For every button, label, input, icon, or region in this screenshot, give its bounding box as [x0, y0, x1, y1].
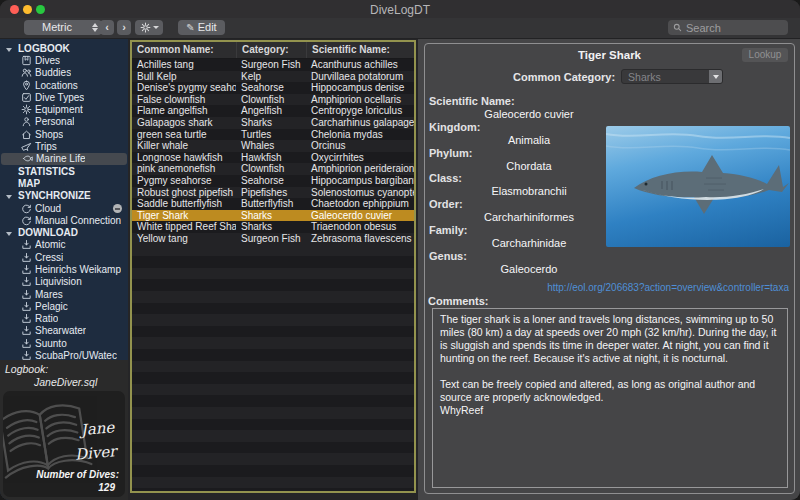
sidebar-item[interactable]: Manual Connection [0, 214, 128, 226]
sidebar-item-label: Buddies [35, 67, 71, 78]
cell-common-name: Saddle butterflyfish [132, 198, 236, 210]
sidebar-item[interactable]: Cressi [0, 251, 128, 263]
search-input[interactable] [686, 22, 783, 34]
table-row[interactable]: Robust ghost pipefish Pipefishes Solenos… [132, 187, 414, 199]
cell-category: Clownfish [236, 163, 306, 175]
cell-category: Sharks [236, 117, 306, 129]
common-category-value: Sharks [628, 71, 661, 83]
edit-button-label: Edit [198, 21, 217, 33]
table-row[interactable]: Achilles tang Surgeon Fish Acanthurus ac… [132, 59, 414, 71]
table-row[interactable]: White tipped Reef Shark Sharks Triaenodo… [132, 221, 414, 233]
titlebar: DiveLogDT [0, 0, 800, 18]
species-photo [606, 126, 790, 247]
sidebar-item[interactable]: Liquivision [0, 276, 128, 288]
table-body: Achilles tang Surgeon Fish Acanthurus ac… [132, 59, 414, 491]
common-category-dropdown[interactable]: Sharks [621, 69, 723, 84]
sidebar-item-label: STATISTICS [18, 166, 75, 177]
comments-textarea[interactable]: The tiger shark is a loner and travels l… [432, 308, 788, 488]
lookup-button[interactable]: Lookup [742, 48, 788, 62]
sidebar-item[interactable]: Cloud [0, 202, 128, 214]
sidebar-item[interactable]: Dives [0, 54, 128, 66]
cell-scientific-name: Hippocampus denise [306, 82, 414, 94]
table-row[interactable]: Pygmy seahorse Seahorse Hippocampus barg… [132, 175, 414, 187]
taxonomy-field-label: Kingdom: [429, 121, 629, 133]
cell-scientific-name: Hippocampus bargibanti [306, 175, 414, 187]
sidebar-item[interactable]: Personal [0, 116, 128, 128]
eol-link[interactable]: http://eol.org/206683?action=overview&co… [547, 282, 789, 293]
sidebar-item[interactable]: Locations [0, 79, 128, 91]
cell-common-name: Robust ghost pipefish [132, 187, 236, 199]
cell-scientific-name: Durvillaea potatorum [306, 71, 414, 83]
cell-category: Hawkfish [236, 152, 306, 164]
taxonomy-field: Kingdom: Animalia [429, 121, 629, 147]
sidebar-item[interactable]: Shearwater [0, 325, 128, 337]
taxonomy-field: Phylum: Chordata [429, 147, 629, 173]
cell-category: Seahorse [236, 82, 306, 94]
units-popup-button[interactable]: Metric [24, 20, 102, 35]
table-row[interactable]: Denise's pygmy seahorse Seahorse Hippoca… [132, 82, 414, 94]
sidebar-item[interactable]: DOWNLOAD [0, 226, 128, 238]
column-header-category[interactable]: Category: [236, 42, 306, 58]
sidebar-item[interactable]: Dive Types [0, 91, 128, 103]
disclosure-triangle-icon[interactable] [6, 190, 15, 201]
sidebar-item[interactable]: Atomic [0, 239, 128, 251]
book-icon [21, 55, 32, 66]
sidebar-item[interactable]: STATISTICS [0, 165, 128, 177]
table-row[interactable]: Killer whale Whales Orcinus [132, 140, 414, 152]
disclosure-triangle-icon[interactable] [6, 43, 15, 54]
sidebar-item[interactable]: LOGBOOK [0, 42, 128, 54]
sidebar-item[interactable]: Pelagic [0, 300, 128, 312]
forward-button[interactable]: › [117, 20, 131, 35]
sidebar-nav: LOGBOOK Dives Buddies Locations [0, 39, 128, 363]
cell-scientific-name: Amphiprion ocellaris [306, 94, 414, 106]
sidebar-item[interactable]: Marine Life [1, 153, 127, 165]
logbook-owner-signature: Jane Diver [72, 415, 117, 466]
logbook-cover: Jane Diver Number of Dives: 129 [3, 391, 125, 497]
sidebar-item[interactable]: Shops [0, 128, 128, 140]
sidebar-item[interactable]: Heinrichs Weikamp [0, 263, 128, 275]
table-row[interactable]: Galapagos shark Sharks Carcharhinus gala… [132, 117, 414, 129]
table-row[interactable]: Bull Kelp Kelp Durvillaea potatorum [132, 71, 414, 83]
edit-button[interactable]: ✎Edit [178, 20, 225, 35]
sidebar-item[interactable]: Trips [0, 140, 128, 152]
column-header-common-name[interactable]: Common Name: [132, 42, 236, 58]
pin-icon [21, 80, 32, 91]
taxonomy-field-value: Animalia [429, 134, 629, 147]
cell-common-name: Bull Kelp [132, 71, 236, 83]
common-category-label: Common Category: [513, 71, 615, 83]
cell-common-name: Longnose hawkfish [132, 152, 236, 164]
column-header-scientific-name[interactable]: Scientific Name: [306, 42, 414, 58]
table-row[interactable]: pink anemonefish Clownfish Amphiprion pe… [132, 163, 414, 175]
table-row[interactable]: Tiger Shark Sharks Galeocerdo cuvier [132, 210, 414, 222]
taxonomy-field-value: Carcharhinidae [429, 237, 629, 250]
action-menu-button[interactable] [135, 20, 163, 35]
table-row[interactable]: Saddle butterflyfish Butterflyfish Chaet… [132, 198, 414, 210]
table-row[interactable]: green sea turtle Turtles Chelonia mydas [132, 129, 414, 141]
marine-life-list-pane: Common Name: Category: Scientific Name: … [128, 39, 418, 500]
back-button[interactable]: ‹ [100, 20, 114, 35]
logbook-info-panel: Logbook: JaneDiver.sql [0, 360, 128, 500]
table-row[interactable]: Yellow tang Surgeon Fish Zebrasoma flave… [132, 233, 414, 245]
sidebar-item-label: Cloud [35, 203, 61, 214]
sidebar-item-label: MAP [18, 178, 40, 189]
sidebar-item[interactable]: Buddies [0, 67, 128, 79]
sidebar-item[interactable]: Equipment [0, 103, 128, 115]
back-chevron-icon: ‹ [105, 21, 109, 33]
marine-life-table: Common Name: Category: Scientific Name: … [130, 40, 416, 493]
table-row[interactable]: Longnose hawkfish Hawkfish Oxycirrhites [132, 152, 414, 164]
cell-common-name: False clownfish [132, 94, 236, 106]
cell-common-name: Pygmy seahorse [132, 175, 236, 187]
search-field[interactable] [668, 20, 788, 35]
sidebar-item[interactable]: MAP [0, 177, 128, 189]
disclosure-triangle-icon[interactable] [6, 227, 15, 238]
sidebar-item-label: DOWNLOAD [18, 227, 78, 238]
sidebar-item-label: Marine Life [36, 153, 85, 164]
sidebar-item[interactable]: Mares [0, 288, 128, 300]
download-icon [21, 252, 32, 263]
number-of-dives-label: Number of Dives: [36, 469, 119, 480]
sidebar-item[interactable]: Ratio [0, 313, 128, 325]
table-row[interactable]: Flame angelfish Angelfish Centropyge lor… [132, 105, 414, 117]
sidebar-item[interactable]: Suunto [0, 337, 128, 349]
sidebar-item[interactable]: SYNCHRONIZE [0, 190, 128, 202]
table-row[interactable]: False clownfish Clownfish Amphiprion oce… [132, 94, 414, 106]
